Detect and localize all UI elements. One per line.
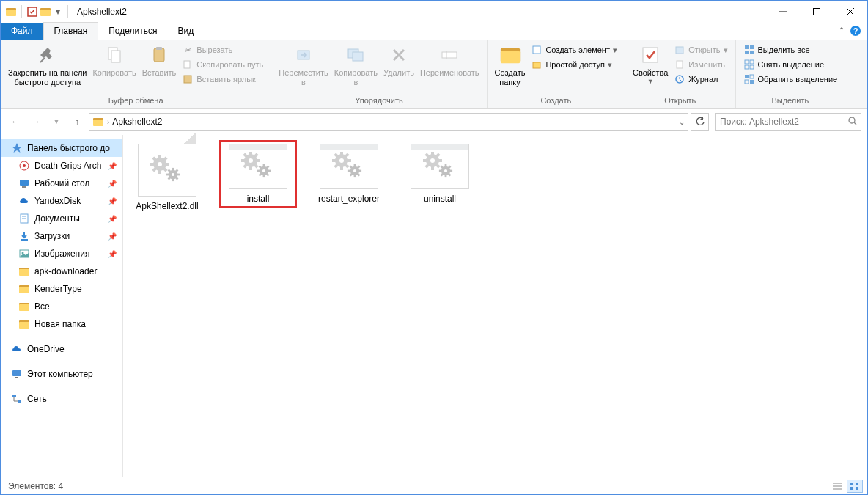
- svg-text:?: ?: [853, 26, 858, 35]
- sidebar-item[interactable]: Документы📌: [1, 210, 122, 227]
- file-name: uninstall: [424, 194, 456, 204]
- svg-rect-38: [750, 60, 754, 64]
- search-box[interactable]: [715, 113, 861, 131]
- qat-dropdown-icon[interactable]: ▾: [53, 7, 63, 17]
- select-all-button[interactable]: Выделить все: [740, 43, 841, 56]
- svg-rect-23: [442, 52, 457, 58]
- maximize-button[interactable]: [800, 1, 834, 23]
- sidebar-item[interactable]: KenderType: [1, 280, 122, 298]
- sidebar-item[interactable]: YandexDisk📌: [1, 192, 122, 210]
- invert-selection-button[interactable]: Обратить выделение: [740, 73, 841, 86]
- tab-share[interactable]: Поделиться: [98, 23, 167, 40]
- sidebar-item[interactable]: apk-downloader: [1, 263, 122, 280]
- minimize-button[interactable]: [766, 1, 800, 23]
- help-icon[interactable]: ?: [850, 25, 861, 39]
- history-button[interactable]: Журнал: [671, 73, 730, 86]
- sidebar-item[interactable]: Новая папка: [1, 315, 122, 333]
- svg-rect-15: [156, 47, 162, 50]
- svg-point-142: [430, 158, 435, 163]
- up-button[interactable]: ↑: [68, 113, 86, 131]
- svg-rect-13: [111, 51, 120, 62]
- svg-rect-96: [241, 159, 245, 162]
- copy-label: Копировать: [92, 68, 136, 78]
- easy-access-button[interactable]: Простой доступ ▾: [528, 58, 620, 71]
- copy-path-button[interactable]: Скопировать путь: [179, 58, 266, 71]
- sidebar-item[interactable]: Death Grips Arch📌: [1, 157, 122, 175]
- invert-icon: [743, 73, 755, 85]
- forward-button[interactable]: →: [27, 113, 45, 131]
- file-item[interactable]: restart_explorer: [314, 144, 384, 204]
- svg-rect-20: [353, 52, 363, 61]
- folder-icon: [18, 318, 30, 330]
- file-list[interactable]: ApkShellext2.dllinstallrestart_exploreru…: [122, 135, 867, 477]
- svg-rect-39: [745, 65, 749, 69]
- svg-rect-46: [93, 120, 103, 126]
- svg-rect-86: [166, 174, 169, 176]
- select-none-button[interactable]: Снять выделение: [740, 58, 841, 71]
- search-icon[interactable]: [847, 116, 858, 128]
- svg-rect-87: [177, 174, 180, 176]
- paste-icon: [147, 43, 171, 67]
- sidebar-onedrive[interactable]: OneDrive: [1, 340, 122, 358]
- svg-rect-146: [439, 170, 442, 172]
- tab-view[interactable]: Вид: [167, 23, 204, 40]
- new-folder-button[interactable]: Создать папку: [492, 42, 529, 88]
- paste-button[interactable]: Вставить: [139, 42, 180, 79]
- close-button[interactable]: [834, 1, 867, 23]
- copyto-icon: [344, 43, 367, 67]
- separator: [21, 5, 22, 18]
- cut-button[interactable]: ✂Вырезать: [179, 43, 266, 56]
- collapse-ribbon-icon[interactable]: ⌃: [838, 26, 845, 36]
- delete-icon: [387, 43, 411, 67]
- breadcrumb[interactable]: Apkshellext2: [109, 117, 165, 127]
- edit-button[interactable]: Изменить: [671, 58, 730, 71]
- sidebar-quick-access[interactable]: Панель быстрого до: [1, 139, 122, 157]
- folder-icon: [18, 301, 30, 312]
- file-item[interactable]: install: [223, 144, 293, 204]
- search-input[interactable]: [716, 117, 861, 127]
- qat-properties-icon[interactable]: [26, 6, 38, 18]
- refresh-button[interactable]: [691, 113, 709, 131]
- copy-button[interactable]: Копировать: [89, 42, 139, 79]
- images-icon: [18, 248, 30, 260]
- svg-rect-145: [445, 175, 447, 178]
- move-to-button[interactable]: Переместить в: [276, 42, 331, 88]
- address-dropdown-icon[interactable]: ⌄: [679, 118, 685, 126]
- svg-rect-117: [347, 159, 351, 162]
- sidebar-item[interactable]: Изображения📌: [1, 245, 122, 263]
- sidebar-network[interactable]: Сеть: [1, 390, 122, 408]
- svg-rect-106: [257, 170, 260, 172]
- svg-rect-135: [431, 166, 434, 170]
- tab-file[interactable]: Файл: [1, 23, 43, 40]
- paste-shortcut-button[interactable]: Вставить ярлык: [179, 73, 266, 86]
- qat-newfolder-icon[interactable]: [40, 6, 51, 18]
- svg-rect-107: [268, 170, 271, 172]
- back-button[interactable]: ←: [7, 113, 24, 131]
- pin-quick-access-button[interactable]: Закрепить на панели быстрого доступа: [5, 42, 89, 88]
- recent-dropdown[interactable]: ▼: [48, 113, 65, 131]
- file-item[interactable]: ApkShellext2.dll: [132, 144, 202, 211]
- group-open: Свойства ▼ Открыть ▾ Изменить Журнал Отк…: [625, 40, 736, 108]
- details-view-button[interactable]: [829, 480, 845, 493]
- new-item-button[interactable]: Создать элемент ▾: [528, 43, 620, 56]
- sidebar-item[interactable]: Загрузки📌: [1, 227, 122, 245]
- address-box[interactable]: › Apkshellext2 ⌄: [89, 113, 688, 131]
- svg-rect-1: [6, 10, 16, 16]
- sidebar-item[interactable]: Рабочий стол📌: [1, 175, 122, 192]
- rename-button[interactable]: Переименовать: [417, 42, 482, 79]
- file-item[interactable]: uninstall: [405, 144, 475, 204]
- group-organize: Переместить в Копировать в Удалить Переи…: [271, 40, 487, 108]
- properties-button[interactable]: Свойства ▼: [630, 42, 671, 87]
- titlebar: ▾ Apkshellext2: [1, 1, 867, 23]
- copy-to-button[interactable]: Копировать в: [331, 42, 380, 88]
- svg-rect-68: [15, 377, 18, 378]
- sidebar-this-pc[interactable]: Этот компьютер: [1, 365, 122, 383]
- open-button[interactable]: Открыть ▾: [671, 43, 730, 56]
- svg-rect-40: [750, 65, 754, 69]
- icons-view-button[interactable]: [847, 480, 863, 493]
- tab-home[interactable]: Главная: [43, 22, 99, 40]
- sidebar-item[interactable]: Все: [1, 298, 122, 315]
- pin-icon: 📌: [108, 162, 117, 170]
- svg-rect-85: [172, 179, 174, 182]
- delete-button[interactable]: Удалить: [380, 42, 417, 79]
